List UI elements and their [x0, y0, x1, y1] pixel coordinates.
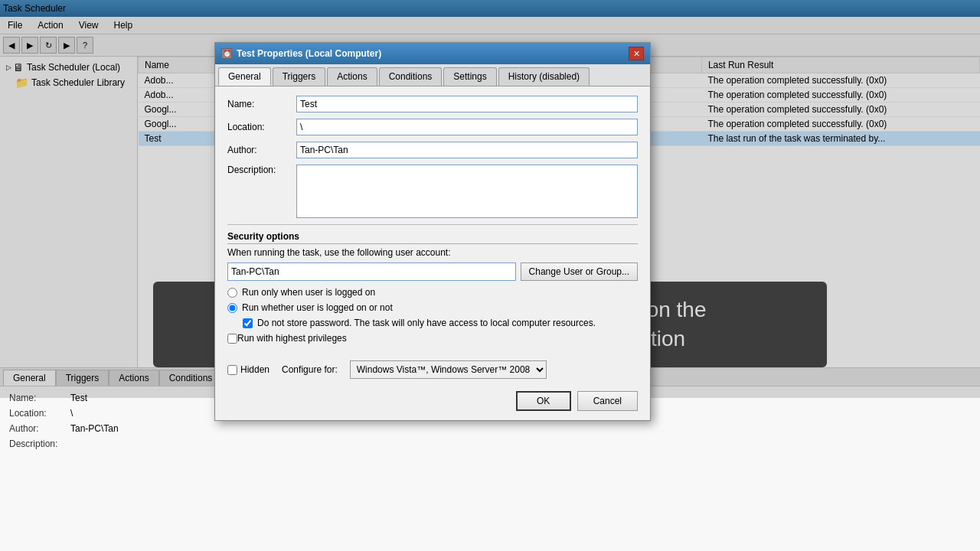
bottom-desc-label: Description: — [9, 439, 70, 449]
dialog-title: Test Properties (Local Computer) — [237, 48, 381, 59]
hidden-checkbox[interactable] — [227, 365, 237, 375]
radio-row-1: Run only when user is logged on — [227, 287, 638, 298]
dialog-tabs: General Triggers Actions Conditions Sett… — [215, 64, 650, 86]
description-label: Description: — [227, 165, 296, 175]
hidden-configure-area: Hidden Configure for: Windows Vista™, Wi… — [227, 360, 547, 379]
hidden-label: Hidden — [240, 364, 270, 375]
tab-triggers[interactable]: Triggers — [273, 67, 326, 86]
tab-history[interactable]: History (disabled) — [498, 67, 590, 86]
separator1 — [227, 224, 638, 225]
bottom-location-label: Location: — [9, 408, 70, 419]
properties-dialog: ⏰ Test Properties (Local Computer) ✕ Gen… — [214, 42, 651, 421]
bottom-author-row: Author: Tan-PC\Tan — [9, 423, 971, 434]
tab-conditions[interactable]: Conditions — [379, 67, 443, 86]
cancel-button[interactable]: Cancel — [577, 391, 638, 411]
description-input[interactable] — [296, 165, 638, 218]
dialog-content: Name: Location: Author: Description: Sec… — [215, 86, 650, 357]
description-row: Description: — [227, 165, 638, 218]
when-running-text: When running the task, use the following… — [227, 247, 638, 258]
user-account-input[interactable] — [227, 262, 516, 281]
location-row: Location: — [227, 119, 638, 135]
security-section-label: Security options — [227, 231, 638, 244]
tab-actions[interactable]: Actions — [327, 67, 377, 86]
location-input[interactable] — [296, 119, 638, 135]
ok-button[interactable]: OK — [516, 391, 571, 411]
hidden-label-area: Hidden — [227, 364, 270, 375]
checkbox-row-2: Run with highest privileges — [227, 333, 638, 344]
name-input[interactable] — [296, 96, 638, 112]
checkbox-no-password[interactable] — [243, 318, 253, 328]
tab-general[interactable]: General — [218, 67, 271, 86]
radio-row-2: Run whether user is logged on or not — [227, 302, 638, 313]
radio-logged-on-label: Run only when user is logged on — [242, 287, 375, 298]
checkbox-highest-privileges[interactable] — [227, 334, 237, 344]
user-account-row: Change User or Group... — [227, 262, 638, 281]
dialog-titlebar: ⏰ Test Properties (Local Computer) ✕ — [215, 43, 650, 64]
dialog-footer-top: Hidden Configure for: Windows Vista™, Wi… — [215, 357, 650, 385]
author-row: Author: — [227, 142, 638, 158]
bottom-author-label: Author: — [9, 423, 70, 434]
radio-whether-logged[interactable] — [227, 303, 237, 313]
configure-for-label: Configure for: — [282, 364, 338, 375]
tab-settings[interactable]: Settings — [443, 67, 496, 86]
dialog-title-area: ⏰ Test Properties (Local Computer) — [221, 48, 381, 59]
change-user-group-button[interactable]: Change User or Group... — [521, 262, 638, 281]
dialog-app-icon: ⏰ — [221, 48, 232, 59]
checkbox-highest-privileges-label: Run with highest privileges — [237, 333, 347, 344]
author-label: Author: — [227, 145, 296, 155]
radio-logged-on[interactable] — [227, 288, 237, 298]
location-label: Location: — [227, 122, 296, 132]
bottom-author-value: Tan-PC\Tan — [70, 423, 119, 434]
dialog-close-btn[interactable]: ✕ — [629, 47, 644, 60]
bottom-desc-row: Description: — [9, 439, 971, 449]
author-input[interactable] — [296, 142, 638, 158]
name-row: Name: — [227, 96, 638, 112]
checkbox-no-password-label: Do not store password. The task will onl… — [257, 318, 596, 328]
bottom-location-value: \ — [70, 408, 73, 419]
dialog-footer: OK Cancel — [215, 385, 650, 420]
configure-for-select[interactable]: Windows Vista™, Windows Server™ 2008 — [350, 360, 547, 379]
checkbox-row-1: Do not store password. The task will onl… — [243, 318, 638, 328]
name-label: Name: — [227, 99, 296, 109]
radio-whether-logged-label: Run whether user is logged on or not — [242, 302, 393, 313]
